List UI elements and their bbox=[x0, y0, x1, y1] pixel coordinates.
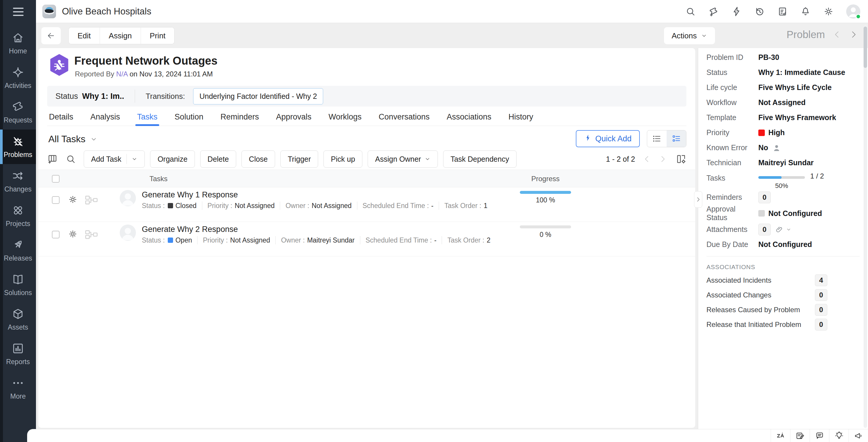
column-header-progress: Progress bbox=[516, 175, 575, 183]
tab-analysis[interactable]: Analysis bbox=[89, 108, 122, 126]
field-life-cycle: Life cycle Five Whys Life Cycle bbox=[706, 80, 868, 95]
search-icon[interactable] bbox=[685, 6, 696, 17]
task-order: 1 bbox=[484, 202, 488, 210]
tab-details[interactable]: Details bbox=[47, 108, 75, 126]
lightbulb-icon[interactable] bbox=[829, 429, 848, 442]
chat-icon[interactable] bbox=[810, 429, 829, 442]
trigger-button[interactable]: Trigger bbox=[280, 150, 318, 168]
task-priority: Not Assigned bbox=[235, 202, 275, 210]
add-column-icon[interactable] bbox=[47, 154, 58, 164]
task-dependency-icon[interactable] bbox=[85, 230, 98, 239]
task-filter-dropdown[interactable]: All Tasks bbox=[49, 134, 97, 145]
chevron-down-icon[interactable] bbox=[131, 156, 137, 162]
tab-worklogs[interactable]: Worklogs bbox=[327, 108, 363, 126]
tab-approvals[interactable]: Approvals bbox=[274, 108, 313, 126]
user-avatar[interactable] bbox=[846, 4, 860, 19]
task-dependency-icon[interactable] bbox=[85, 196, 98, 204]
sidebar-item-requests[interactable]: Requests bbox=[0, 95, 36, 129]
sidebar-item-problems[interactable]: Problems bbox=[0, 129, 36, 164]
tab-tasks[interactable]: Tasks bbox=[135, 108, 159, 126]
paperclip-icon[interactable] bbox=[775, 225, 784, 234]
sidebar-item-projects[interactable]: Projects bbox=[0, 199, 36, 233]
sidebar-item-label: Releases bbox=[4, 254, 32, 262]
scrollbar-thumb[interactable] bbox=[864, 27, 867, 68]
flash-icon[interactable] bbox=[731, 6, 742, 17]
entity-nav: Problem bbox=[786, 29, 858, 40]
transition-action-button[interactable]: Underlying Factor Identified - Why 2 bbox=[193, 88, 323, 105]
tab-reminders[interactable]: Reminders bbox=[219, 108, 261, 126]
hamburger-menu-icon[interactable] bbox=[13, 8, 24, 18]
row-checkbox[interactable] bbox=[52, 231, 60, 238]
print-button[interactable]: Print bbox=[141, 27, 174, 44]
associated-changes-count[interactable]: 0 bbox=[815, 289, 827, 301]
sidebar-item-more[interactable]: More bbox=[0, 371, 36, 406]
panel-scrollbar[interactable] bbox=[864, 25, 867, 428]
bell-icon[interactable] bbox=[800, 6, 811, 17]
back-button[interactable] bbox=[41, 27, 61, 44]
associated-incidents-count[interactable]: 4 bbox=[815, 274, 827, 286]
task-title[interactable]: Generate Why 1 Response bbox=[142, 190, 238, 200]
column-settings-icon[interactable] bbox=[676, 154, 686, 164]
list-view-icon[interactable] bbox=[647, 130, 666, 147]
reported-by-value[interactable]: N/A bbox=[116, 70, 128, 78]
sidebar-item-solutions[interactable]: Solutions bbox=[0, 268, 36, 302]
sidebar-item-home[interactable]: Home bbox=[0, 26, 36, 60]
close-button[interactable]: Close bbox=[242, 150, 275, 168]
tasks-percent: 50% bbox=[758, 182, 805, 190]
add-task-button[interactable]: Add Task bbox=[84, 150, 145, 168]
task-row[interactable]: Generate Why 1 Response Status :Closed P… bbox=[38, 187, 695, 222]
sidebar-item-activities[interactable]: Activities bbox=[0, 60, 36, 95]
tab-solution[interactable]: Solution bbox=[173, 108, 205, 126]
page-next-icon[interactable] bbox=[659, 155, 667, 163]
assign-button[interactable]: Assign bbox=[100, 27, 141, 44]
announce-icon[interactable] bbox=[848, 429, 868, 442]
chevron-right-icon[interactable] bbox=[849, 30, 858, 39]
task-status: Open bbox=[176, 236, 192, 244]
field-technician: Technician Maitreyi Sundar bbox=[706, 155, 868, 170]
release-initiated-count[interactable]: 0 bbox=[815, 319, 827, 330]
row-checkbox[interactable] bbox=[52, 196, 60, 204]
sidebar-item-label: Solutions bbox=[4, 289, 32, 297]
sidebar-item-changes[interactable]: Changes bbox=[0, 164, 36, 199]
reminders-count-badge[interactable]: 0 bbox=[758, 191, 771, 203]
sidebar-item-assets[interactable]: Assets bbox=[0, 302, 36, 337]
sidebar-item-reports[interactable]: Reports bbox=[0, 337, 36, 371]
quick-add-button[interactable]: Quick Add bbox=[576, 130, 640, 147]
actions-dropdown-button[interactable]: Actions bbox=[664, 27, 715, 44]
select-all-checkbox[interactable] bbox=[52, 175, 60, 183]
sidebar-item-releases[interactable]: Releases bbox=[0, 233, 36, 268]
pick-up-button[interactable]: Pick up bbox=[323, 150, 362, 168]
page-prev-icon[interactable] bbox=[643, 155, 651, 163]
status-value: Why 1: Im.. bbox=[82, 92, 124, 101]
assign-owner-button[interactable]: Assign Owner bbox=[368, 150, 438, 168]
task-check-icon[interactable] bbox=[777, 6, 788, 17]
compose-note-icon[interactable] bbox=[790, 429, 810, 442]
progress-label: 0 % bbox=[520, 231, 571, 239]
search-icon[interactable] bbox=[65, 154, 76, 164]
panel-collapse-button[interactable] bbox=[694, 191, 702, 208]
detail-tabs: Details Analysis Tasks Solution Reminder… bbox=[47, 108, 686, 126]
tab-associations[interactable]: Associations bbox=[445, 108, 493, 126]
tab-history[interactable]: History bbox=[507, 108, 535, 126]
gear-icon[interactable] bbox=[823, 6, 834, 17]
delete-button[interactable]: Delete bbox=[200, 150, 236, 168]
ticket-add-icon[interactable] bbox=[708, 6, 719, 17]
person-icon[interactable] bbox=[772, 143, 781, 152]
history-icon[interactable] bbox=[754, 6, 765, 17]
association-row: Release that Initiated Problem 0 bbox=[698, 317, 868, 332]
releases-caused-count[interactable]: 0 bbox=[815, 304, 827, 316]
attachments-count-badge[interactable]: 0 bbox=[758, 224, 771, 235]
organize-button[interactable]: Organize bbox=[150, 150, 195, 168]
task-row[interactable]: Generate Why 2 Response Status :Open Pri… bbox=[38, 222, 695, 257]
task-title[interactable]: Generate Why 2 Response bbox=[142, 225, 238, 234]
task-gear-icon[interactable] bbox=[68, 229, 78, 239]
detail-view-icon[interactable] bbox=[666, 130, 686, 147]
chevron-left-icon[interactable] bbox=[833, 30, 841, 39]
tab-conversations[interactable]: Conversations bbox=[377, 108, 431, 126]
edit-button[interactable]: Edit bbox=[69, 27, 100, 44]
chevron-down-icon[interactable] bbox=[786, 227, 791, 232]
task-dependency-button[interactable]: Task Dependency bbox=[443, 150, 517, 168]
zia-icon[interactable] bbox=[771, 429, 790, 442]
task-gear-icon[interactable] bbox=[68, 195, 78, 204]
task-progress: 100 % bbox=[520, 191, 571, 204]
